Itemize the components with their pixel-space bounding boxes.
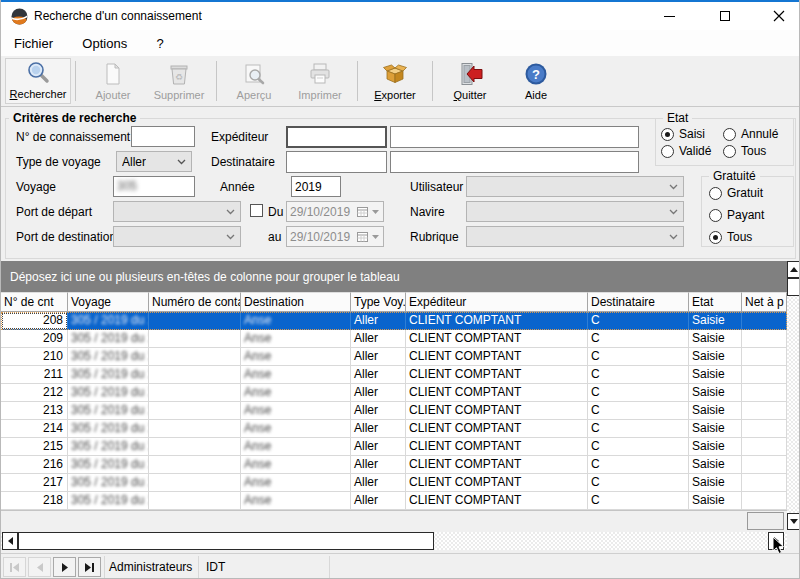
utilisateur-select[interactable] xyxy=(466,176,684,197)
cell-net[interactable] xyxy=(742,474,787,492)
cell-destinataire[interactable]: C xyxy=(588,366,689,384)
cell-destination[interactable]: Anse xyxy=(241,384,351,402)
radio-saisi[interactable]: Saisi xyxy=(661,127,705,141)
cell-type[interactable]: Aller xyxy=(351,330,406,348)
imprimer-button[interactable]: Imprimer xyxy=(287,58,353,104)
quitter-button[interactable]: Quitter xyxy=(437,58,503,104)
vertical-scrollbar[interactable] xyxy=(787,261,800,530)
radio-annule[interactable]: Annulé xyxy=(723,127,778,141)
cell-etat[interactable]: Saisie xyxy=(689,438,742,456)
cell-type[interactable]: Aller xyxy=(351,474,406,492)
cell-expediteur[interactable]: CLIENT COMPTANT xyxy=(406,384,588,402)
cell-type[interactable]: Aller xyxy=(351,402,406,420)
aide-button[interactable]: ? Aide xyxy=(503,58,569,104)
cell-destination[interactable]: Anse xyxy=(241,402,351,420)
column-header[interactable]: Destinataire xyxy=(588,292,689,312)
cell-conteneur[interactable] xyxy=(149,348,241,366)
cell-destination[interactable]: Anse xyxy=(241,366,351,384)
au-date-input[interactable]: 29/10/2019 xyxy=(286,226,384,247)
cell-destinataire[interactable]: C xyxy=(588,456,689,474)
cell-net[interactable] xyxy=(742,348,787,366)
cell-num[interactable]: 218 xyxy=(1,492,68,510)
maximize-button[interactable] xyxy=(703,2,747,30)
cell-num[interactable]: 211 xyxy=(1,366,68,384)
cell-voyage[interactable]: 305 / 2019 du 1 xyxy=(68,492,149,510)
nav-next-button[interactable] xyxy=(53,557,76,577)
table-row[interactable]: 212305 / 2019 du 1AnseAllerCLIENT COMPTA… xyxy=(1,384,787,402)
cell-conteneur[interactable] xyxy=(149,420,241,438)
cell-type[interactable]: Aller xyxy=(351,492,406,510)
port-destination-select[interactable] xyxy=(113,226,241,247)
cell-etat[interactable]: Saisie xyxy=(689,384,742,402)
table-row[interactable]: 214305 / 2019 du 1AnseAllerCLIENT COMPTA… xyxy=(1,420,787,438)
cell-num[interactable]: 208 xyxy=(1,312,68,330)
radio-etat-tous[interactable]: Tous xyxy=(723,144,766,158)
minimize-button[interactable] xyxy=(647,2,691,30)
cell-etat[interactable]: Saisie xyxy=(689,456,742,474)
cell-destinataire[interactable]: C xyxy=(588,348,689,366)
table-row[interactable]: 209305 / 2019 du 1AnseAllerCLIENT COMPTA… xyxy=(1,330,787,348)
cell-net[interactable] xyxy=(742,312,787,330)
cell-expediteur[interactable]: CLIENT COMPTANT xyxy=(406,492,588,510)
cell-destination[interactable]: Anse xyxy=(241,420,351,438)
cell-destination[interactable]: Anse xyxy=(241,492,351,510)
cell-num[interactable]: 213 xyxy=(1,402,68,420)
cell-voyage[interactable]: 305 / 2019 du 1 xyxy=(68,438,149,456)
menu-fichier[interactable]: Fichier xyxy=(1,30,66,56)
cell-type[interactable]: Aller xyxy=(351,456,406,474)
cell-expediteur[interactable]: CLIENT COMPTANT xyxy=(406,456,588,474)
nav-first-button[interactable] xyxy=(3,557,26,577)
cell-etat[interactable]: Saisie xyxy=(689,474,742,492)
cell-net[interactable] xyxy=(742,492,787,510)
cell-type[interactable]: Aller xyxy=(351,438,406,456)
cell-num[interactable]: 216 xyxy=(1,456,68,474)
cell-etat[interactable]: Saisie xyxy=(689,312,742,330)
supprimer-button[interactable]: ♻ Supprimer xyxy=(146,58,212,104)
column-header[interactable]: Etat xyxy=(689,292,742,312)
horizontal-scrollbar[interactable] xyxy=(1,532,787,550)
column-header[interactable]: Type Voy. xyxy=(351,292,406,312)
cell-expediteur[interactable]: CLIENT COMPTANT xyxy=(406,348,588,366)
cell-voyage[interactable]: 305 / 2019 du 1 xyxy=(68,384,149,402)
cell-voyage[interactable]: 305 / 2019 du 1 xyxy=(68,420,149,438)
column-header[interactable]: N° de cnt xyxy=(1,292,68,312)
column-header[interactable]: Net à p xyxy=(742,292,787,312)
rubrique-select[interactable] xyxy=(466,226,684,247)
column-header[interactable]: Expéditeur xyxy=(406,292,588,312)
cell-voyage[interactable]: 305 / 2019 du 1 xyxy=(68,366,149,384)
cell-destination[interactable]: Anse xyxy=(241,348,351,366)
cell-voyage[interactable]: 305 / 2019 du 1 xyxy=(68,474,149,492)
cell-type[interactable]: Aller xyxy=(351,312,406,330)
annee-input[interactable] xyxy=(291,176,341,197)
cell-conteneur[interactable] xyxy=(149,384,241,402)
cell-expediteur[interactable]: CLIENT COMPTANT xyxy=(406,420,588,438)
destinataire-name-input[interactable] xyxy=(390,151,639,173)
cell-type[interactable]: Aller xyxy=(351,420,406,438)
nav-last-button[interactable] xyxy=(78,557,101,577)
cell-net[interactable] xyxy=(742,366,787,384)
table-row[interactable]: 208305 / 2019 du 1AnseAllerCLIENT COMPTA… xyxy=(1,312,787,330)
cell-destinataire[interactable]: C xyxy=(588,438,689,456)
cell-expediteur[interactable]: CLIENT COMPTANT xyxy=(406,366,588,384)
navire-select[interactable] xyxy=(466,201,684,222)
radio-valide[interactable]: Validé xyxy=(661,144,711,158)
rechercher-button[interactable]: Rechercher xyxy=(5,58,71,104)
cell-conteneur[interactable] xyxy=(149,456,241,474)
cell-destinataire[interactable]: C xyxy=(588,312,689,330)
menu-options[interactable]: Options xyxy=(69,30,140,56)
cell-destination[interactable]: Anse xyxy=(241,438,351,456)
close-button[interactable] xyxy=(757,2,800,30)
cell-destinataire[interactable]: C xyxy=(588,420,689,438)
cell-etat[interactable]: Saisie xyxy=(689,420,742,438)
cell-expediteur[interactable]: CLIENT COMPTANT xyxy=(406,330,588,348)
group-by-hint-bar[interactable]: Déposez ici une ou plusieurs en-têtes de… xyxy=(1,261,787,292)
cell-conteneur[interactable] xyxy=(149,474,241,492)
cell-voyage[interactable]: 305 / 2019 du 1 xyxy=(68,348,149,366)
cell-type[interactable]: Aller xyxy=(351,384,406,402)
table-row[interactable]: 210305 / 2019 du 1AnseAllerCLIENT COMPTA… xyxy=(1,348,787,366)
no-connaissement-input[interactable] xyxy=(131,126,195,147)
table-row[interactable]: 213305 / 2019 du 1AnseAllerCLIENT COMPTA… xyxy=(1,402,787,420)
cell-conteneur[interactable] xyxy=(149,330,241,348)
column-header[interactable]: Voyage xyxy=(68,292,149,312)
radio-payant[interactable]: Payant xyxy=(709,208,764,222)
